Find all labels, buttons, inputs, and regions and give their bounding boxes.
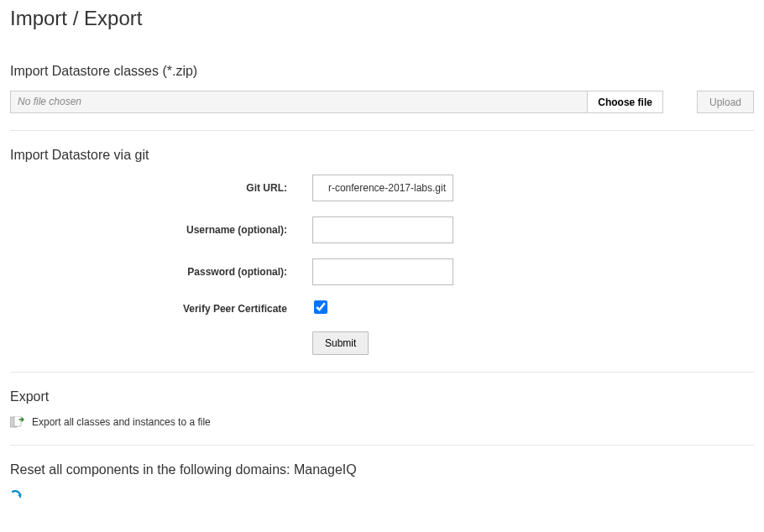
git-password-label: Password (optional): [10, 266, 312, 278]
import-git-section: Import Datastore via git Git URL: Userna… [10, 148, 754, 355]
verify-peer-checkbox[interactable] [314, 300, 327, 314]
submit-button[interactable]: Submit [312, 331, 369, 355]
import-zip-section: Import Datastore classes (*.zip) No file… [10, 64, 754, 113]
export-file-icon[interactable] [10, 416, 25, 428]
page-title: Import / Export [10, 7, 754, 30]
import-zip-heading: Import Datastore classes (*.zip) [10, 64, 754, 79]
import-git-heading: Import Datastore via git [10, 148, 754, 163]
git-username-label: Username (optional): [10, 224, 312, 236]
reset-arrow-icon[interactable] [10, 489, 24, 503]
reset-section: Reset all components in the following do… [10, 462, 754, 505]
git-url-label: Git URL: [10, 182, 312, 194]
git-username-input[interactable] [312, 216, 453, 243]
reset-heading: Reset all components in the following do… [10, 462, 754, 477]
file-chosen-display: No file chosen [10, 91, 588, 113]
upload-button[interactable]: Upload [697, 91, 754, 113]
export-heading: Export [10, 389, 754, 404]
export-section: Export Export all classes and instances … [10, 389, 754, 428]
divider [10, 445, 754, 446]
divider [10, 372, 754, 373]
divider [10, 130, 754, 131]
git-password-input[interactable] [312, 258, 453, 285]
git-url-input[interactable] [312, 175, 453, 201]
export-all-link[interactable]: Export all classes and instances to a fi… [32, 416, 211, 428]
svg-rect-1 [14, 416, 21, 426]
verify-peer-label: Verify Peer Certificate [10, 303, 312, 315]
choose-file-button[interactable]: Choose file [588, 91, 663, 113]
